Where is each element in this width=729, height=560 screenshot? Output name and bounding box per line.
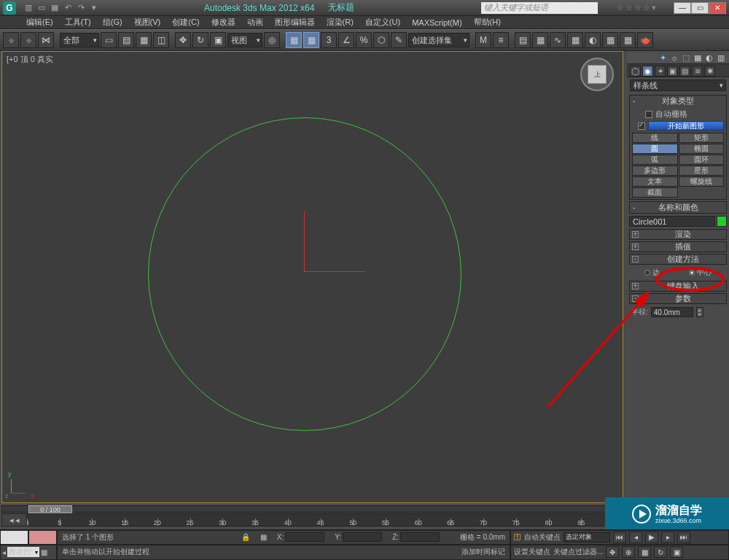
menu-rendering[interactable]: 渲染(R) xyxy=(321,15,359,29)
move-icon[interactable]: ✥ xyxy=(175,32,191,48)
pivot-icon[interactable]: ◎ xyxy=(264,32,280,48)
render-icon[interactable]: 🫖 xyxy=(637,32,653,48)
startnewshape-checkbox[interactable] xyxy=(638,122,645,130)
menu-tools[interactable]: 工具(T) xyxy=(59,15,97,29)
object-type-header[interactable]: -对象类型 xyxy=(630,96,726,106)
goto-end-icon[interactable]: ⏭ xyxy=(677,532,690,543)
x-input[interactable] xyxy=(285,532,324,542)
viewport-label[interactable]: [+0 顶 0 真实 xyxy=(7,54,53,65)
spinner-snap-icon[interactable]: ⬡ xyxy=(373,32,389,48)
helpers-tab-icon[interactable]: ▤ xyxy=(679,66,690,77)
menu-maxscript[interactable]: MAXScript(M) xyxy=(406,17,467,28)
maximize-button[interactable]: ▭ xyxy=(691,2,709,14)
scale-icon[interactable]: ▣ xyxy=(210,32,226,48)
radius-spin-buttons[interactable]: ▴▾ xyxy=(696,307,703,317)
named-selset-combo[interactable]: 创建选择集 xyxy=(408,33,469,47)
play-icon[interactable]: ▶ xyxy=(645,532,658,543)
helix-button[interactable]: 螺旋线 xyxy=(679,176,725,187)
lock-icon[interactable]: 🔒 xyxy=(241,533,250,541)
align-icon[interactable]: ≡ xyxy=(493,32,509,48)
ellipse-button[interactable]: 椭圆 xyxy=(679,144,725,154)
star-icon[interactable]: ☆ xyxy=(643,3,650,12)
nav-orbit-icon[interactable]: ↻ xyxy=(654,546,667,558)
help-search-input[interactable]: 键入关键字或短语 xyxy=(481,2,598,14)
autokey-button[interactable]: 自动关键点 xyxy=(524,532,561,542)
new-icon[interactable]: ▥ xyxy=(23,3,34,13)
key-icon[interactable]: ⚿ xyxy=(514,533,521,541)
graphite-icon[interactable]: ▦ xyxy=(532,32,548,48)
goto-start-icon[interactable]: ⏮ xyxy=(613,532,626,543)
snap-toggle-icon[interactable]: 3 xyxy=(321,32,337,48)
open-icon[interactable]: ▭ xyxy=(36,3,47,13)
script-run-icon[interactable]: ▦ xyxy=(41,548,47,556)
lights-tab-icon[interactable]: ✦ xyxy=(655,66,666,77)
keyboard-shortcut-icon[interactable]: ▦ xyxy=(303,32,319,48)
object-name-input[interactable]: Circle001 xyxy=(629,216,715,227)
add-time-tag[interactable]: 添加时间标记 xyxy=(461,547,505,557)
radius-spinner[interactable]: 40.0mm xyxy=(651,307,693,317)
curve-editor-icon[interactable]: ∿ xyxy=(550,32,566,48)
tool1-icon[interactable]: ⬚ xyxy=(681,52,691,63)
text-button[interactable]: 文本 xyxy=(632,176,678,187)
nav-pan-icon[interactable]: ✥ xyxy=(606,546,619,558)
select-rect-icon[interactable]: ▦ xyxy=(136,32,152,48)
schematic-icon[interactable]: ▦ xyxy=(567,32,583,48)
minimize-button[interactable]: — xyxy=(674,2,691,14)
material-editor-icon[interactable]: ◐ xyxy=(585,32,601,48)
star-icon[interactable]: ☆ xyxy=(625,3,633,12)
keyboard-entry-rollup[interactable]: +键盘输入 xyxy=(629,281,727,292)
section-button[interactable]: 截面 xyxy=(632,187,678,198)
viewcube-face[interactable]: 上 xyxy=(588,65,607,84)
star-icon[interactable]: ☆ xyxy=(617,3,624,12)
object-color-swatch[interactable] xyxy=(717,216,727,227)
script-mini-listener[interactable] xyxy=(0,530,28,545)
redo-icon[interactable]: ↷ xyxy=(76,3,86,13)
tool3-icon[interactable]: ◐ xyxy=(704,52,714,63)
rendering-rollup[interactable]: +渲染 xyxy=(629,229,727,240)
app-icon[interactable]: G xyxy=(3,1,16,15)
qat-more-icon[interactable]: ▾ xyxy=(89,3,99,13)
render-frame-icon[interactable]: ▦ xyxy=(620,32,636,48)
spacewarps-tab-icon[interactable]: ≋ xyxy=(692,66,703,77)
menu-modifiers[interactable]: 修改器 xyxy=(206,15,241,29)
circle-object[interactable] xyxy=(148,117,461,431)
mirror-icon[interactable]: M xyxy=(475,32,491,48)
link-icon[interactable]: ⟐ xyxy=(3,32,19,48)
help-dropdown-icon[interactable]: ▾ xyxy=(652,3,656,12)
menu-group[interactable]: 组(G) xyxy=(97,15,128,29)
name-color-header[interactable]: -名称和颜色 xyxy=(630,202,726,213)
select-icon[interactable]: ▭ xyxy=(101,32,117,48)
menu-edit[interactable]: 编辑(E) xyxy=(20,15,59,29)
light-icon[interactable]: ☼ xyxy=(669,52,679,63)
edge-radio[interactable]: 边 xyxy=(644,268,660,278)
menu-views[interactable]: 视图(V) xyxy=(128,15,167,29)
angle-snap-icon[interactable]: ∠ xyxy=(338,32,354,48)
z-input[interactable] xyxy=(400,532,440,542)
next-frame-icon[interactable]: ▸ xyxy=(661,532,674,543)
keyfilter-button[interactable]: 关键点过滤器... xyxy=(553,547,603,557)
nav-zoomext-icon[interactable]: ▦ xyxy=(638,546,651,558)
bind-icon[interactable]: ⋈ xyxy=(38,32,54,48)
track-bar-prefix[interactable]: ◂◂ xyxy=(2,514,27,526)
time-slider[interactable]: 0 / 100 xyxy=(1,505,623,513)
menu-help[interactable]: 帮助(H) xyxy=(468,15,507,29)
systems-tab-icon[interactable]: ✱ xyxy=(704,66,715,77)
creation-method-rollup[interactable]: -创建方法 xyxy=(629,254,727,265)
circle-button[interactable]: 圆 xyxy=(632,144,678,154)
donut-button[interactable]: 圆环 xyxy=(679,155,725,165)
cameras-tab-icon[interactable]: ▣ xyxy=(667,66,678,77)
rotate-icon[interactable]: ↻ xyxy=(192,32,208,48)
geometry-tab-icon[interactable]: ◯ xyxy=(630,66,641,77)
arc-button[interactable]: 弧 xyxy=(632,155,678,165)
nav-maximize-icon[interactable]: ▣ xyxy=(670,546,683,558)
autogrid-checkbox[interactable] xyxy=(645,111,652,118)
select-manipulate-icon[interactable]: ▦ xyxy=(286,32,302,48)
line-button[interactable]: 线 xyxy=(632,133,678,143)
selected-combo[interactable]: 选定对象 xyxy=(564,532,610,542)
menu-customize[interactable]: 自定义(U) xyxy=(359,15,406,29)
time-slider-thumb[interactable]: 0 / 100 xyxy=(28,505,72,513)
unlink-icon[interactable]: ⟐ xyxy=(20,32,36,48)
compass-icon[interactable]: ✦ xyxy=(658,52,668,63)
tool4-icon[interactable]: ▥ xyxy=(716,52,726,63)
shapes-tab-icon[interactable]: ◉ xyxy=(642,66,653,77)
